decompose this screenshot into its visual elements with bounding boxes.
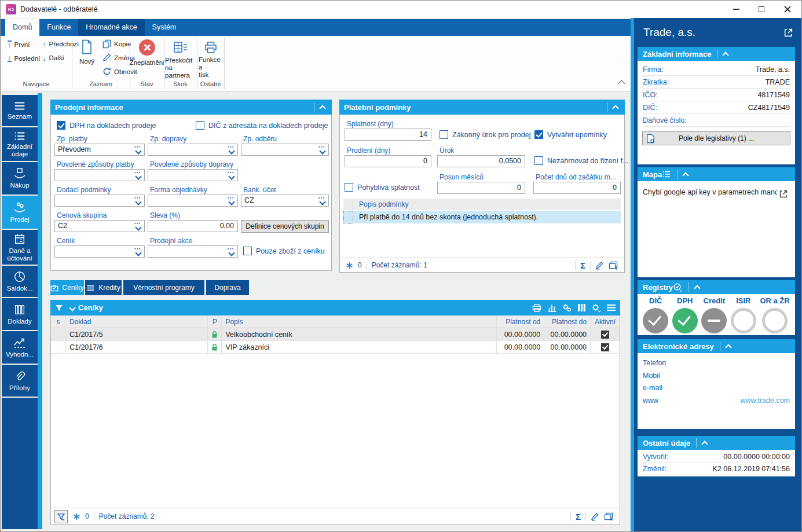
sidebar-item-saldokonto[interactable]: Saldok... [2,266,38,297]
chart-icon[interactable] [547,303,557,312]
pouze-zbozi-checkbox[interactable] [243,247,252,255]
pohybliva-splatnost-checkbox[interactable] [345,183,353,192]
combo-arrow-icon[interactable] [228,196,236,206]
grid-row-selector[interactable] [343,211,353,223]
collapse-ribbon-icon[interactable] [618,80,625,87]
posun-mesicu-input[interactable]: 0 [437,182,525,194]
cenik-select[interactable] [54,245,145,258]
splatnost-input[interactable]: 14 [345,129,431,141]
zp-odberu-select[interactable] [241,144,329,156]
dic-adresat-checkbox[interactable] [196,121,204,130]
nav-last-button[interactable]: ↓Poslední [8,54,40,62]
zp-dopravy-select[interactable] [148,144,238,156]
table-menu-icon[interactable] [607,304,616,311]
collapse-section-icon[interactable] [694,285,700,291]
collapse-section-icon[interactable] [723,52,729,58]
sidebar-item-zakladni-udaje[interactable]: Základní údaje [2,127,38,161]
sidebar-item-vyhodnoceni[interactable]: Vyhodn... [2,331,38,364]
registry-dic[interactable]: DIČ [643,296,668,333]
combo-arrow-icon[interactable] [318,145,327,155]
nav-previous-button[interactable]: ↑Předchozí [42,41,79,47]
close-button[interactable] [774,1,800,18]
bank-ucet-select[interactable]: CZ [241,195,329,207]
jump-to-partner-button[interactable]: Přeskočitna partnera [165,41,196,79]
column-s[interactable]: s [51,315,66,328]
settings-cogs-icon[interactable] [562,303,572,313]
nav-first-button[interactable]: ↑První [8,41,30,48]
new-record-button[interactable]: Nový [75,39,99,65]
map-list-icon[interactable] [662,170,671,178]
star-filter-icon[interactable] [73,513,80,520]
combo-arrow-icon[interactable] [228,171,236,180]
combo-arrow-icon[interactable] [134,247,142,256]
star-filter-icon[interactable] [346,262,353,269]
collapse-panel-icon[interactable] [319,105,325,111]
combo-arrow-icon[interactable] [134,171,142,180]
minimize-button[interactable] [723,1,749,18]
sleva-input[interactable]: 0,00 [148,220,238,232]
sidebar-item-prilohy[interactable]: Přílohy [2,365,38,397]
aktivni-checkbox[interactable] [601,343,609,351]
open-external-icon[interactable] [779,189,788,199]
sum-icon[interactable]: Σ [580,261,585,270]
sidebar-item-nakup[interactable]: Nákup [2,162,38,195]
combo-arrow-icon[interactable] [134,196,142,206]
nezahrnovat-checkbox[interactable] [534,156,543,165]
combo-arrow-icon[interactable] [228,247,236,256]
registry-or-zr[interactable]: OR a ŽR [760,296,789,333]
tab-vernostni-programy[interactable]: Věrnostní programy [123,280,204,295]
gear-menu-icon[interactable] [591,303,601,313]
prodejni-akce-select[interactable] [148,245,238,258]
columns-icon[interactable] [577,303,586,312]
column-popis[interactable]: Popis [222,315,497,328]
sum-icon[interactable]: Σ [576,512,581,522]
aktivni-checkbox[interactable] [601,331,609,339]
cenova-skupina-select[interactable]: C2 [54,220,145,232]
zp-platby-select[interactable]: Převodem [54,144,145,156]
vytvaret-upominky-checkbox[interactable] [534,130,543,139]
combo-arrow-icon[interactable] [134,145,142,155]
filter-icon[interactable] [55,304,63,312]
definice-cenovych-skupin-button[interactable]: Definice cenových skupin [241,220,329,233]
sidebar-item-doklady[interactable]: Doklady [2,298,38,330]
zakonny-urok-checkbox[interactable] [440,130,448,139]
forma-objednavky-select[interactable] [148,195,238,207]
print-icon[interactable] [532,303,542,313]
verify-check-icon[interactable] [673,283,683,292]
filter-toggle-button[interactable] [54,510,68,523]
ribbon-tab-funkce[interactable]: Funkce [39,19,78,36]
functions-print-button[interactable]: Funkce atisk [199,41,223,79]
dodaci-podminky-select[interactable] [54,195,145,207]
payment-condition-row[interactable]: Při platbě do 14 dnů bez skonta (jednodu… [353,211,621,223]
pocet-dnu-input[interactable]: 0 [533,182,621,194]
column-p[interactable]: P [208,315,222,328]
registry-credit[interactable]: Credit [701,296,727,333]
open-external-icon[interactable] [783,28,793,38]
sidebar-item-seznam[interactable]: Seznam [2,95,38,126]
maximize-button[interactable] [748,1,774,18]
column-doklad[interactable]: Doklad [66,315,208,328]
nav-next-button[interactable]: ↓Další [42,54,64,61]
povolene-platby-select[interactable] [54,169,145,181]
ribbon-tab-hromadne-akce[interactable]: Hromadné akce [78,19,144,36]
column-platnost-od[interactable]: Platnost od [497,315,544,328]
sidebar-item-prodej[interactable]: Prodej [2,196,38,229]
pole-dle-legislativy-button[interactable]: Pole dle legislativy (1) ... [642,131,790,145]
chevron-down-icon[interactable] [69,304,75,311]
copy-add-icon[interactable] [609,261,618,270]
combo-arrow-icon[interactable] [318,196,327,206]
www-link[interactable]: www.trade.com [741,397,790,405]
edit-pencil-icon[interactable] [591,512,599,521]
povolene-dopravy-select[interactable] [148,169,238,181]
tab-doprava[interactable]: Doprava [206,280,249,295]
invalidate-button[interactable]: Zneplatnění [130,39,164,66]
table-row[interactable]: C1/2017/6 VIP zákazníci 00.00.0000 00.00… [51,341,620,354]
sidebar-item-dane-a-uctovani[interactable]: Daně a účtování [2,230,38,265]
urok-input[interactable]: 0,0500 [437,155,525,167]
combo-arrow-icon[interactable] [228,145,236,155]
tab-kredity[interactable]: Kredity [85,280,122,295]
copy-add-icon[interactable] [604,512,614,521]
collapse-section-icon[interactable] [702,441,708,447]
tab-ceniky[interactable]: Ceníky [50,280,84,295]
table-row[interactable]: C1/2017/5 Velkoobchodní ceník 00.00.0000… [51,328,620,341]
